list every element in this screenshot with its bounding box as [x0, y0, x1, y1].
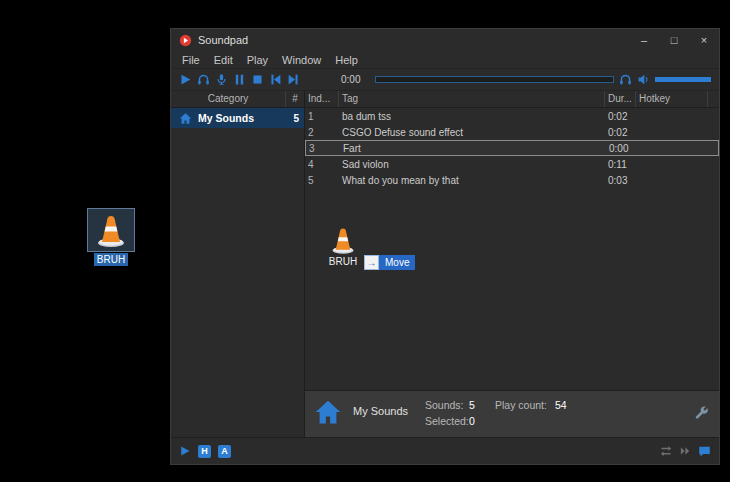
row-duration: 0:03: [605, 175, 636, 186]
selected-label: Selected:: [425, 415, 469, 427]
move-badge-label: Move: [379, 255, 415, 270]
soundpad-window: Soundpad – □ × File Edit Play Window Hel…: [170, 28, 720, 465]
column-header-tag[interactable]: Tag: [339, 91, 605, 107]
move-cursor-badge: → Move: [364, 255, 415, 270]
column-header-index[interactable]: Ind...: [305, 91, 339, 107]
category-count: 5: [293, 113, 299, 124]
close-button[interactable]: ×: [689, 29, 719, 51]
column-header-duration[interactable]: Dur...: [605, 91, 636, 107]
title-bar[interactable]: Soundpad – □ ×: [171, 29, 719, 51]
sound-row[interactable]: 2 CSGO Defuse sound effect 0:02: [305, 124, 719, 140]
autosave-badge[interactable]: A: [218, 445, 231, 458]
seek-bar[interactable]: [375, 76, 614, 83]
chat-bubble-icon[interactable]: [698, 445, 711, 458]
microphone-icon: [215, 73, 228, 86]
volume-slider[interactable]: [655, 77, 711, 82]
previous-button[interactable]: [269, 73, 282, 86]
menu-help[interactable]: Help: [328, 54, 365, 66]
status-bar: My Sounds Sounds: 5 Play count: 54 Selec…: [305, 390, 719, 437]
play-on-speakers-button[interactable]: [197, 73, 210, 86]
category-label: My Sounds: [198, 112, 254, 124]
hotkeys-badge[interactable]: H: [198, 445, 211, 458]
bottom-toolbar: H A: [171, 437, 719, 464]
row-tag: ba dum tss: [339, 111, 605, 122]
sound-row[interactable]: 5 What do you mean by that 0:03: [305, 172, 719, 188]
home-icon: [179, 112, 192, 125]
menu-edit[interactable]: Edit: [207, 54, 240, 66]
status-category-name: My Sounds: [353, 405, 408, 417]
window-title: Soundpad: [198, 34, 248, 46]
drag-ghost-label: BRUH: [327, 256, 359, 267]
speaker-icon: [637, 73, 650, 86]
skip-next-icon: [287, 73, 300, 86]
category-column-header[interactable]: Category: [171, 91, 286, 107]
row-index: 3: [306, 143, 340, 154]
vlc-cone-icon: [327, 225, 359, 255]
row-tag: Sad violon: [339, 159, 605, 170]
pause-button[interactable]: [233, 73, 246, 86]
desktop-icon-label: BRUH: [94, 253, 128, 266]
maximize-button[interactable]: □: [659, 29, 689, 51]
main-content: Category # My Sounds 5 Ind... Tag Dur...…: [171, 91, 719, 437]
soundpad-logo-icon: [179, 34, 192, 47]
selected-value: 0: [469, 415, 475, 427]
menu-play[interactable]: Play: [240, 54, 275, 66]
row-tag: CSGO Defuse sound effect: [339, 127, 605, 138]
category-my-sounds[interactable]: My Sounds 5: [171, 108, 304, 128]
menu-window[interactable]: Window: [275, 54, 328, 66]
list-header-row: Ind... Tag Dur... Hotkey: [305, 91, 719, 108]
autoplay-button[interactable]: [179, 445, 191, 457]
play-on-microphone-button[interactable]: [215, 73, 228, 86]
sound-row-selected[interactable]: 3 Fart 0:00: [305, 140, 719, 156]
skip-previous-icon: [269, 73, 282, 86]
stop-icon: [251, 73, 264, 86]
speaker-button[interactable]: [637, 73, 650, 86]
move-arrow-icon: →: [364, 255, 379, 270]
desktop-icon-bruh[interactable]: BRUH: [82, 208, 140, 266]
row-tag: What do you mean by that: [339, 175, 605, 186]
count-column-header[interactable]: #: [286, 91, 304, 107]
headphones-icon: [197, 73, 210, 86]
stop-button[interactable]: [251, 73, 264, 86]
playcount-label: Play count:: [495, 399, 547, 411]
menu-file[interactable]: File: [175, 54, 207, 66]
row-duration: 0:02: [605, 111, 636, 122]
sound-row[interactable]: 4 Sad violon 0:11: [305, 156, 719, 172]
next-button[interactable]: [287, 73, 300, 86]
play-icon: [179, 73, 192, 86]
sound-row[interactable]: 1 ba dum tss 0:02: [305, 108, 719, 124]
playback-time: 0:00: [341, 74, 360, 85]
row-index: 4: [305, 159, 339, 170]
row-index: 2: [305, 127, 339, 138]
row-index: 5: [305, 175, 339, 186]
menu-bar: File Edit Play Window Help: [171, 51, 719, 68]
drag-ghost: BRUH: [327, 225, 359, 267]
sound-list: 1 ba dum tss 0:02 2 CSGO Defuse sound ef…: [305, 108, 719, 390]
playback-toolbar: 0:00: [171, 68, 719, 91]
row-duration: 0:02: [605, 127, 636, 138]
play-small-icon: [179, 445, 191, 457]
column-header-hotkey[interactable]: Hotkey: [636, 91, 708, 107]
sounds-label: Sounds:: [425, 399, 464, 411]
row-index: 1: [305, 111, 339, 122]
category-panel: Category # My Sounds 5: [171, 91, 305, 437]
volume-group: [619, 73, 711, 86]
fast-forward-icon[interactable]: [679, 445, 691, 457]
row-tag: Fart: [340, 143, 606, 154]
headphone-output-button[interactable]: [619, 73, 632, 86]
row-duration: 0:00: [606, 143, 637, 154]
sound-list-panel: Ind... Tag Dur... Hotkey 1 ba dum tss 0:…: [305, 91, 719, 437]
headphones-small-icon: [619, 73, 632, 86]
minimize-button[interactable]: –: [629, 29, 659, 51]
playcount-value: 54: [555, 399, 567, 411]
play-button[interactable]: [179, 73, 192, 86]
sounds-value: 5: [469, 399, 475, 411]
bottom-right-icons: [660, 445, 711, 458]
repeat-icon[interactable]: [660, 445, 672, 457]
vlc-cone-icon: [87, 208, 135, 252]
settings-wrench-icon[interactable]: [694, 405, 709, 420]
pause-icon: [233, 73, 246, 86]
home-icon-large: [313, 398, 343, 426]
row-duration: 0:11: [605, 159, 636, 170]
category-header-row: Category #: [171, 91, 304, 108]
